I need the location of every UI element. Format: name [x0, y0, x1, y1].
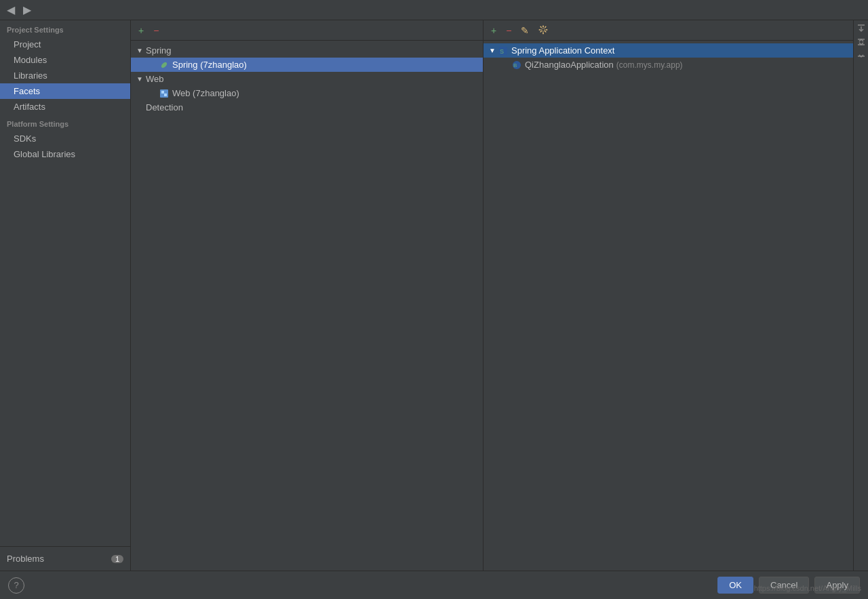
sidebar-item-sdks[interactable]: SDKs: [0, 131, 130, 146]
ctx-app-subtext: (com.mys.my.app): [616, 60, 683, 70]
web-facet-label: Web (7zhanglao): [172, 88, 239, 98]
right-remove-button[interactable]: −: [504, 24, 513, 37]
bottom-bar: ? OK Cancel Apply: [0, 571, 868, 599]
spring-facet-label: Spring (7zhanglao): [172, 60, 247, 70]
sidebar-item-libraries[interactable]: Libraries: [0, 68, 130, 83]
app-class-icon: B: [512, 60, 521, 70]
svg-text:S: S: [500, 48, 504, 55]
right-edit-button[interactable]: ✎: [519, 24, 531, 37]
context-tree: ▼ S Spring Application Context B: [484, 41, 853, 571]
watermark: https://blog.csdn.net/Angry_Mills: [754, 584, 861, 592]
right-settings-button[interactable]: [536, 24, 550, 37]
svg-point-5: [542, 28, 545, 31]
platform-settings-header: Platform Settings: [0, 115, 130, 131]
svg-rect-3: [164, 94, 167, 96]
detection-label[interactable]: Detection: [131, 100, 483, 115]
svg-rect-9: [546, 29, 548, 30]
web-arrow: ▼: [136, 75, 146, 83]
scroll-expand-button[interactable]: [856, 37, 866, 49]
ctx-app-name: QiZhanglaoApplication: [525, 60, 614, 70]
spring-leaf-icon: [159, 60, 169, 70]
help-button[interactable]: ?: [8, 577, 24, 594]
ctx-header-arrow: ▼: [489, 47, 498, 54]
spring-facet-node[interactable]: Spring (7zhanglao): [131, 58, 483, 72]
svg-rect-13: [540, 30, 542, 32]
web-icon: [159, 89, 169, 98]
scroll-to-top-button[interactable]: [856, 23, 866, 35]
right-toolbar: + − ✎: [484, 20, 853, 41]
spring-context-icon: S: [498, 46, 508, 56]
web-facet-node[interactable]: Web (7zhanglao): [131, 86, 483, 100]
middle-remove-button[interactable]: −: [151, 24, 161, 37]
svg-rect-12: [545, 26, 547, 28]
scroll-controls: [853, 20, 868, 571]
svg-text:B: B: [513, 62, 517, 68]
collapse-icon: [856, 51, 866, 61]
sidebar-item-facets[interactable]: Facets: [0, 83, 130, 99]
sidebar: Project Settings Project Modules Librari…: [0, 20, 131, 571]
spring-group-node[interactable]: ▼ Spring: [131, 43, 483, 58]
svg-rect-6: [543, 25, 545, 27]
spring-context-header[interactable]: ▼ S Spring Application Context: [484, 43, 853, 58]
facets-tree: ▼ Spring Spring (7zhanglao) ▼ Web: [131, 41, 483, 571]
problems-badge: 1: [111, 555, 123, 563]
svg-rect-7: [543, 32, 545, 34]
sidebar-item-global-libraries[interactable]: Global Libraries: [0, 146, 130, 162]
sidebar-bottom: Problems 1: [0, 546, 130, 571]
scroll-top-icon: [856, 23, 866, 33]
spring-arrow: ▼: [136, 47, 146, 54]
bottom-left: ?: [8, 577, 24, 594]
middle-add-button[interactable]: +: [136, 24, 146, 37]
sidebar-item-modules[interactable]: Modules: [0, 52, 130, 68]
web-group-label: Web: [146, 74, 164, 84]
sidebar-item-project[interactable]: Project: [0, 37, 130, 52]
right-panel: + − ✎: [484, 20, 868, 571]
back-icon[interactable]: ◀: [7, 3, 15, 16]
sidebar-item-artifacts[interactable]: Artifacts: [0, 99, 130, 115]
svg-rect-11: [545, 30, 547, 32]
middle-panel: + − ▼ Spring Spring (7zhanglao) ▼ Web: [131, 20, 484, 571]
spring-group-label: Spring: [146, 45, 172, 56]
problems-label: Problems: [7, 554, 111, 564]
problems-row[interactable]: Problems 1: [0, 551, 130, 566]
ctx-header-title: Spring Application Context: [511, 45, 614, 56]
settings-icon: [538, 25, 548, 35]
web-group-node[interactable]: ▼ Web: [131, 72, 483, 86]
scroll-collapse-button[interactable]: [856, 51, 866, 63]
middle-toolbar: + −: [131, 20, 483, 41]
svg-rect-2: [161, 91, 164, 94]
top-nav: ◀ ▶: [0, 0, 868, 20]
forward-icon[interactable]: ▶: [23, 3, 31, 16]
ok-button[interactable]: OK: [717, 577, 753, 594]
project-settings-header: Project Settings: [0, 20, 130, 37]
svg-point-0: [160, 61, 167, 68]
svg-rect-8: [539, 29, 541, 30]
svg-rect-10: [540, 26, 542, 28]
main-content: Project Settings Project Modules Librari…: [0, 20, 868, 571]
ctx-app-item[interactable]: B QiZhanglaoApplication (com.mys.my.app): [484, 58, 853, 72]
expand-icon: [856, 37, 866, 47]
right-add-button[interactable]: +: [489, 24, 498, 37]
